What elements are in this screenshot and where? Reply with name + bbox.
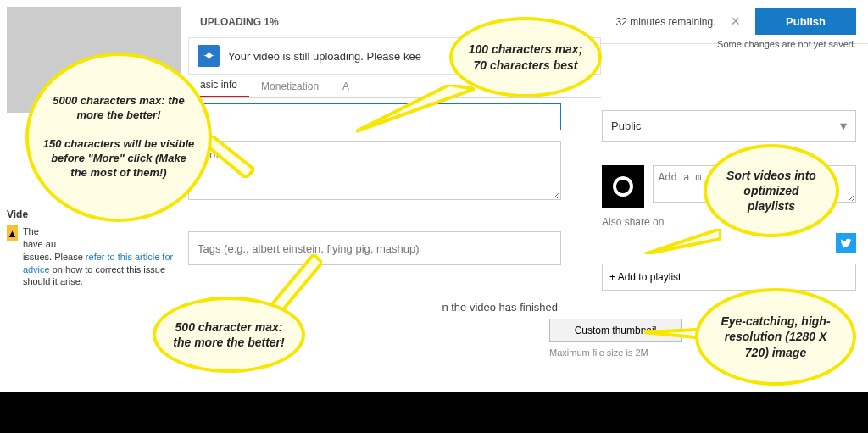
callout-title: 100 characters max; 70 characters best bbox=[449, 17, 602, 97]
bottom-bar bbox=[0, 392, 868, 433]
twitter-icon[interactable] bbox=[836, 233, 856, 253]
warning-text: The have au issues. Please refer to this… bbox=[23, 225, 176, 288]
callout-description: 5000 characters max: the more the better… bbox=[25, 53, 212, 222]
notice-text: Your video is still uploading. Please ke… bbox=[228, 50, 421, 63]
time-remaining: 32 minutes remaining. bbox=[615, 16, 715, 28]
avatar bbox=[602, 165, 644, 208]
warning-icon: ▲ bbox=[7, 225, 18, 241]
publish-button[interactable]: Publish bbox=[755, 8, 856, 35]
close-icon[interactable]: × bbox=[726, 13, 746, 31]
svg-marker-0 bbox=[356, 85, 475, 131]
privacy-dropdown[interactable]: Public ▾ bbox=[602, 110, 856, 142]
callout-playlist: Sort videos into optimized playlists bbox=[704, 144, 839, 237]
tab-monetization[interactable]: Monetization bbox=[249, 75, 331, 97]
svg-marker-2 bbox=[271, 254, 322, 314]
thumbnail-size-note: Maximum file size is 2M bbox=[549, 347, 682, 358]
callout-tags: 500 character max: the more the better! bbox=[153, 297, 305, 373]
privacy-value: Public bbox=[611, 119, 641, 132]
callout-thumbnail: Eye-catching, high-resolution (1280 X 72… bbox=[695, 288, 856, 386]
svg-marker-3 bbox=[644, 229, 721, 254]
info-icon: ✦ bbox=[198, 45, 220, 67]
tags-input[interactable] bbox=[188, 231, 561, 265]
add-to-playlist-button[interactable]: + Add to playlist bbox=[602, 264, 856, 291]
audio-warning: Vide ▲ The have au issues. Please refer … bbox=[7, 208, 176, 288]
save-status: Some changes are not yet saved. bbox=[717, 39, 856, 49]
chevron-down-icon: ▾ bbox=[840, 118, 847, 134]
